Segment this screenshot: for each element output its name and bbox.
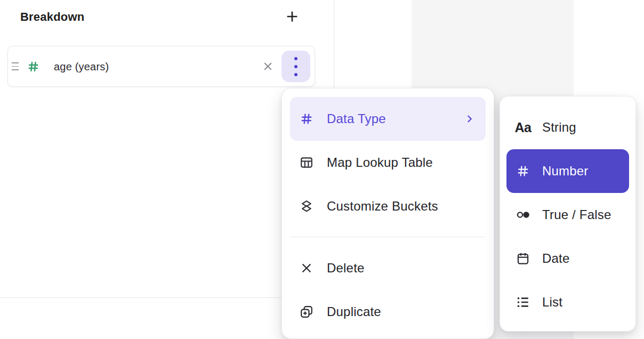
submenu-item-label: Date — [542, 251, 570, 266]
menu-item-delete[interactable]: Delete — [290, 246, 486, 290]
menu-item-label: Customize Buckets — [327, 199, 438, 214]
menu-item-duplicate[interactable]: Duplicate — [290, 290, 486, 334]
menu-item-data-type[interactable]: Data Type — [290, 97, 486, 141]
boolean-circles-icon — [516, 207, 530, 222]
page-title: Breakdown — [20, 10, 84, 25]
kebab-menu-icon — [294, 57, 297, 76]
submenu-item-string[interactable]: Aa String — [506, 106, 629, 149]
drag-handle-icon[interactable] — [12, 61, 21, 72]
string-type-icon: Aa — [516, 120, 530, 135]
field-options-button[interactable] — [281, 51, 310, 82]
submenu-item-label: True / False — [542, 207, 611, 222]
submenu-item-date[interactable]: Date — [506, 237, 629, 280]
calendar-icon — [516, 251, 530, 266]
list-icon — [516, 295, 530, 310]
submenu-item-label: List — [542, 295, 562, 310]
plus-icon — [284, 9, 300, 25]
number-type-icon — [26, 59, 41, 74]
remove-field-button[interactable] — [261, 60, 275, 74]
chevron-right-icon — [463, 113, 475, 125]
menu-item-label: Duplicate — [327, 304, 381, 319]
hash-icon — [299, 111, 314, 126]
submenu-item-true-false[interactable]: True / False — [506, 193, 629, 237]
table-icon — [299, 155, 314, 170]
submenu-item-number[interactable]: Number — [506, 149, 629, 193]
menu-item-map-lookup-table[interactable]: Map Lookup Table — [290, 141, 486, 184]
field-context-menu: Data Type Map Lookup Table — [281, 88, 494, 339]
data-type-submenu: Aa String Number True / False — [500, 96, 636, 332]
menu-item-label: Delete — [327, 261, 365, 276]
menu-divider — [291, 237, 485, 237]
x-icon — [299, 261, 314, 275]
menu-item-label: Data Type — [327, 111, 386, 126]
breakdown-panel: Breakdown age (years) — [0, 0, 644, 339]
hash-icon — [516, 164, 530, 179]
submenu-item-list[interactable]: List — [506, 280, 629, 324]
submenu-item-label: Number — [542, 164, 589, 179]
add-breakdown-button[interactable] — [283, 7, 301, 26]
menu-item-label: Map Lookup Table — [327, 155, 433, 170]
submenu-item-label: String — [542, 120, 576, 135]
close-icon — [262, 60, 274, 72]
duplicate-icon — [299, 304, 314, 319]
breakdown-field-row[interactable]: age (years) — [7, 46, 315, 87]
field-name: age (years) — [54, 60, 109, 72]
menu-item-customize-buckets[interactable]: Customize Buckets — [290, 184, 486, 228]
layers-icon — [299, 199, 314, 214]
